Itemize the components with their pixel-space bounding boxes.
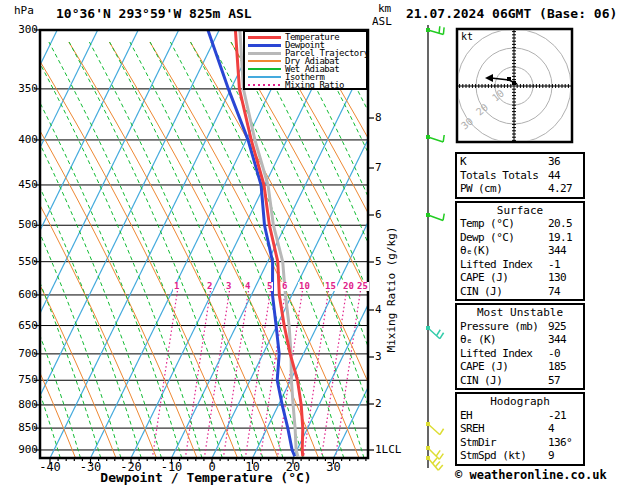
pressure-tick-label: 900 (8, 443, 38, 456)
table-row-label: EH (460, 409, 548, 423)
pressure-tick-label: 650 (8, 319, 38, 332)
table-row: Temp (°C)20.5 (460, 217, 580, 231)
table-row-label: StmSpd (kt) (460, 449, 548, 463)
table-row-label: CIN (J) (460, 285, 548, 299)
table-row: Lifted Index-0 (460, 347, 580, 361)
table-row: CAPE (J)185 (460, 360, 580, 374)
km-tick-label: 2 (375, 397, 382, 410)
mixing-ratio-label: 3 (225, 282, 232, 291)
table-section-header: Most Unstable (460, 306, 580, 320)
table-row-value: 44 (548, 169, 580, 183)
table-row: CIN (J)57 (460, 374, 580, 388)
datetime-title: 21.07.2024 06GMT (Base: 06) (406, 6, 617, 21)
table-row: θₑ (K)344 (460, 333, 580, 347)
table-row-label: Temp (°C) (460, 217, 548, 231)
pressure-tick-label: 600 (8, 288, 38, 301)
table-section: K36Totals Totals44PW (cm)4.27 (455, 152, 585, 199)
legend-swatch (248, 52, 281, 55)
wind-barb (426, 135, 444, 142)
mixing-ratio-label: 5 (266, 282, 273, 291)
table-row-value: 130 (548, 271, 580, 285)
mixing-ratio-label: 10 (298, 282, 311, 291)
table-row-value: 185 (548, 360, 580, 374)
wind-barb (426, 213, 444, 220)
altitude-unit-km: km (378, 2, 391, 15)
legend-swatch (248, 44, 281, 47)
wind-barb (426, 26, 444, 34)
table-row-value: 19.1 (548, 231, 580, 245)
table-row-label: PW (cm) (460, 182, 548, 196)
legend-swatch (248, 84, 281, 86)
wind-barb (426, 422, 444, 435)
copyright-note: © weatheronline.co.uk (455, 468, 607, 482)
table-row: StmSpd (kt)9 (460, 449, 580, 463)
pressure-tick-label: 750 (8, 373, 38, 386)
sounding-indices-table: K36Totals Totals44PW (cm)4.27SurfaceTemp… (455, 152, 585, 468)
table-row: K36 (460, 155, 580, 169)
table-row: PW (cm)4.27 (460, 182, 580, 196)
table-section: Most UnstablePressure (mb)925θₑ (K)344Li… (455, 303, 585, 390)
table-row: CAPE (J)130 (460, 271, 580, 285)
km-tick-label: 4 (375, 303, 382, 316)
mixing-ratio-label: 25 (356, 282, 369, 291)
pressure-tick-label: 700 (8, 347, 38, 360)
mixing-ratio-label: 1 (173, 282, 180, 291)
pressure-tick-label: 550 (8, 255, 38, 268)
table-row-value: 4 (548, 422, 580, 436)
table-row-value: 925 (548, 320, 580, 334)
skewt-page: hPa 10°36'N 293°59'W 825m ASL km ASL 21.… (0, 0, 629, 486)
table-row-label: θₑ (K) (460, 333, 548, 347)
table-row-label: StmDir (460, 436, 548, 450)
table-row-label: K (460, 155, 548, 169)
hodograph-unit-label: kt (461, 31, 473, 42)
table-row-label: SREH (460, 422, 548, 436)
table-row-value: 20.5 (548, 217, 580, 231)
axis-ticks (34, 30, 374, 464)
temperature-tick-label: -40 (33, 460, 67, 474)
table-row-value: -1 (548, 258, 580, 272)
wind-barb (426, 326, 444, 339)
table-row-value: 136° (548, 436, 580, 450)
legend-label: Mixing Ratio (285, 81, 344, 89)
table-section-header: Hodograph (460, 395, 580, 409)
mixing-ratio-axis-title: Mixing Ratio (g/kg) (385, 220, 398, 360)
pressure-tick-label: 300 (8, 23, 38, 36)
km-tick-label: 8 (375, 111, 382, 124)
legend-swatch (248, 36, 281, 39)
table-row: Lifted Index-1 (460, 258, 580, 272)
temperature-tick-label: 30 (317, 460, 351, 474)
table-row-label: Pressure (mb) (460, 320, 548, 334)
km-tick-label: 7 (375, 161, 382, 174)
table-row-label: CIN (J) (460, 374, 548, 388)
legend-item: Mixing Ratio (245, 81, 366, 89)
table-row: θₑ(K)344 (460, 244, 580, 258)
table-row-value: 74 (548, 285, 580, 299)
km-tick-label: 5 (375, 255, 382, 268)
legend: TemperatureDewpointParcel TrajectoryDry … (243, 30, 368, 90)
pressure-tick-label: 850 (8, 421, 38, 434)
hodograph (453, 25, 575, 147)
wind-barb-column (426, 25, 444, 470)
table-row-label: CAPE (J) (460, 271, 548, 285)
table-row: Totals Totals44 (460, 169, 580, 183)
table-section: SurfaceTemp (°C)20.5Dewp (°C)19.1θₑ(K)34… (455, 201, 585, 302)
pressure-tick-label: 800 (8, 398, 38, 411)
table-row: Dewp (°C)19.1 (460, 231, 580, 245)
table-row-value: 344 (548, 333, 580, 347)
table-row-value: 344 (548, 244, 580, 258)
mixing-ratio-label: 20 (342, 282, 355, 291)
mixing-ratio-label: 15 (324, 282, 337, 291)
table-row-value: 4.27 (548, 182, 580, 196)
pressure-tick-label: 400 (8, 133, 38, 146)
pressure-tick-label: 350 (8, 82, 38, 95)
table-row: StmDir136° (460, 436, 580, 450)
table-row-value: -21 (548, 409, 580, 423)
table-row: EH-21 (460, 409, 580, 423)
legend-swatch (248, 60, 281, 62)
mixing-ratio-label: 2 (206, 282, 213, 291)
table-row: CIN (J)74 (460, 285, 580, 299)
mixing-ratio-label: 6 (281, 282, 288, 291)
table-row-label: Totals Totals (460, 169, 548, 183)
km-tick-label: 3 (375, 350, 382, 363)
table-row-value: -0 (548, 347, 580, 361)
